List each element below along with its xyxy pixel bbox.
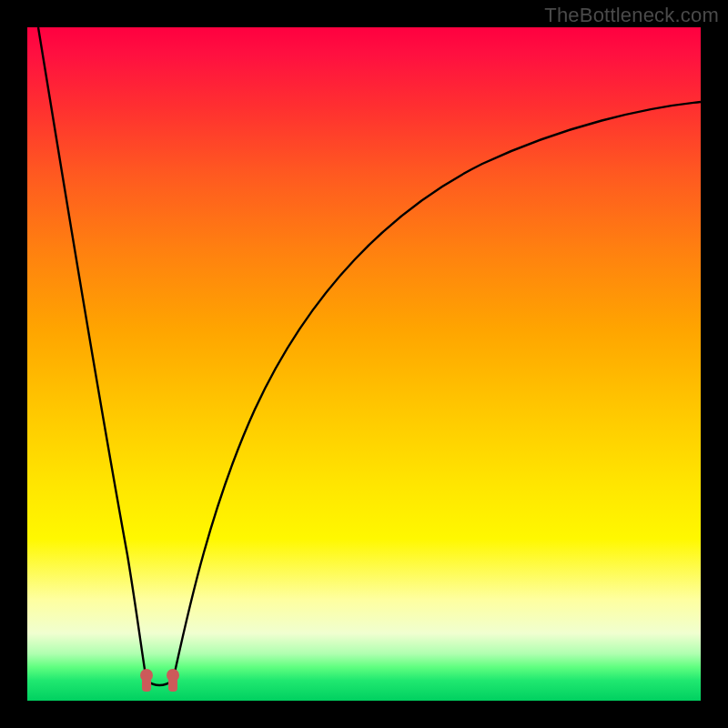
curve-right-branch [173, 102, 701, 681]
curve-left-branch [38, 27, 147, 681]
plot-area [27, 27, 701, 701]
chart-frame: TheBottleneck.com [0, 0, 728, 728]
attribution-text: TheBottleneck.com [544, 4, 719, 27]
bottleneck-curve [27, 27, 701, 701]
marker-dot-right-body [168, 675, 177, 692]
marker-pair [140, 669, 179, 692]
marker-dot-left-body [142, 675, 151, 692]
